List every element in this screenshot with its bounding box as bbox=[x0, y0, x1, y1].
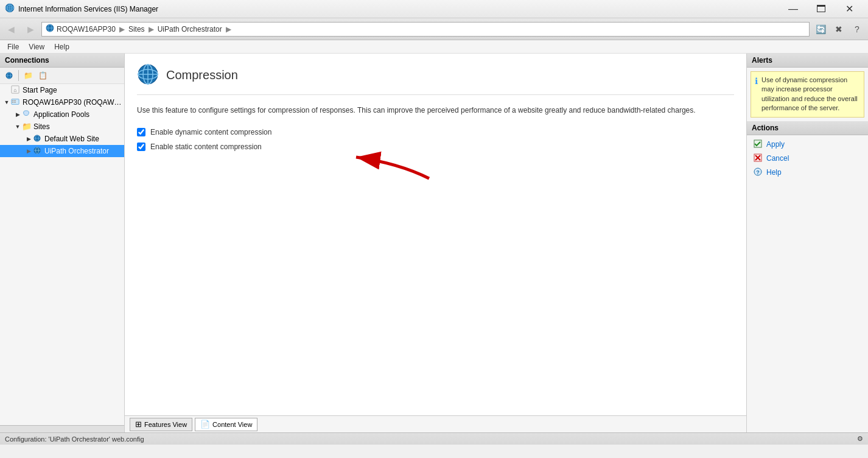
close-button[interactable]: ✕ bbox=[835, 0, 863, 18]
action-help[interactable]: ? Help bbox=[747, 166, 868, 180]
toolbar-divider bbox=[18, 70, 19, 81]
tree-expand-server[interactable]: ▼ bbox=[2, 98, 11, 107]
breadcrumb-sites[interactable]: Sites bbox=[128, 25, 145, 33]
address-bar: ROQAW16APP30 ▶ Sites ▶ UiPath Orchestrat… bbox=[41, 22, 810, 37]
tree-icon-default-web bbox=[33, 134, 43, 144]
sidebar-toolbar: 📁 📋 bbox=[0, 68, 124, 84]
content-area: Compression Use this feature to configur… bbox=[125, 54, 746, 432]
sidebar-scrollbar[interactable] bbox=[0, 425, 124, 432]
tree-label-server: ROQAW16APP30 (ROQAW16A bbox=[23, 98, 122, 107]
statusbar: Configuration: 'UiPath Orchestrator' web… bbox=[0, 432, 868, 445]
sidebar: Connections 📁 📋 ⌂ bbox=[0, 54, 125, 432]
page-description: Use this feature to configure settings f… bbox=[137, 105, 734, 116]
features-view-label: Features View bbox=[144, 421, 187, 428]
titlebar-left: Internet Information Services (IIS) Mana… bbox=[5, 3, 158, 15]
features-view-icon: ⊞ bbox=[135, 420, 142, 429]
svg-rect-14 bbox=[12, 100, 14, 101]
svg-text:?: ? bbox=[756, 169, 760, 175]
alerts-message: Use of dynamic compression may increase … bbox=[761, 76, 860, 113]
tree-icon-uipath bbox=[33, 146, 43, 156]
tree-item-server[interactable]: ▼ ROQAW16APP30 (ROQAW16A bbox=[0, 96, 124, 108]
checkbox-dynamic-row: Enable dynamic content compression bbox=[137, 128, 734, 136]
titlebar-controls: — 🗖 ✕ bbox=[779, 0, 863, 18]
status-right: ⚙ bbox=[857, 435, 863, 443]
apply-label: Apply bbox=[766, 140, 785, 149]
help-label: Help bbox=[766, 168, 782, 177]
connections-header: Connections bbox=[0, 54, 124, 68]
tree-icon-server bbox=[11, 97, 21, 107]
tree-label-start: Start Page bbox=[23, 86, 57, 94]
svg-text:⌂: ⌂ bbox=[13, 87, 16, 93]
content-footer: ⊞ Features View 📄 Content View bbox=[125, 415, 746, 432]
main-layout: Connections 📁 📋 ⌂ bbox=[0, 54, 868, 432]
breadcrumb-server[interactable]: ROQAW16APP30 bbox=[57, 25, 116, 33]
forward-button[interactable]: ▶ bbox=[22, 21, 39, 37]
action-cancel[interactable]: Cancel bbox=[747, 152, 868, 166]
maximize-button[interactable]: 🗖 bbox=[807, 0, 835, 18]
svg-rect-17 bbox=[14, 102, 16, 103]
tree-item-uipath[interactable]: ▶ UiPath Orchestrator bbox=[0, 145, 124, 157]
content-view-label: Content View bbox=[212, 421, 252, 428]
compression-icon bbox=[137, 63, 159, 87]
actions-header: Actions bbox=[747, 121, 868, 135]
alerts-header: Alerts bbox=[747, 54, 868, 68]
content-main: Compression Use this feature to configur… bbox=[125, 54, 746, 415]
tree-item-sites[interactable]: ▼ 📁 Sites bbox=[0, 121, 124, 133]
tree-item-start-page[interactable]: ⌂ Start Page bbox=[0, 84, 124, 96]
stop-button[interactable]: ✖ bbox=[830, 21, 847, 37]
action-apply[interactable]: Apply bbox=[747, 138, 868, 152]
tree-item-app-pools[interactable]: ▶ Application Pools bbox=[0, 108, 124, 121]
app-icon bbox=[5, 3, 15, 15]
tree-label-app-pools: Application Pools bbox=[33, 110, 89, 119]
content-view-icon: 📄 bbox=[200, 420, 210, 429]
breadcrumb-uipath[interactable]: UiPath Orchestrator bbox=[158, 25, 222, 33]
status-text: Configuration: 'UiPath Orchestrator' web… bbox=[5, 435, 144, 443]
tree-icon-start: ⌂ bbox=[11, 85, 21, 95]
tree-icon-app-pools bbox=[22, 110, 32, 119]
tree-expand-start bbox=[2, 86, 11, 94]
help-icon: ? bbox=[753, 167, 763, 178]
sidebar-tool-folder[interactable]: 📁 bbox=[21, 69, 35, 82]
checkbox-static[interactable] bbox=[137, 143, 145, 151]
sidebar-tool-connect[interactable] bbox=[2, 69, 16, 82]
address-globe-icon bbox=[46, 24, 54, 34]
tree-expand-default[interactable]: ▶ bbox=[24, 135, 33, 143]
nav-right: 🔄 ✖ ? bbox=[812, 21, 866, 37]
menu-view[interactable]: View bbox=[24, 41, 49, 52]
navbar: ◀ ▶ ROQAW16APP30 ▶ Sites ▶ UiPath Orches… bbox=[0, 18, 868, 40]
tree-expand-app-pools[interactable]: ▶ bbox=[13, 110, 22, 119]
sidebar-tool-clipboard[interactable]: 📋 bbox=[36, 69, 49, 82]
svg-rect-16 bbox=[12, 102, 14, 103]
tree-label-default-web: Default Web Site bbox=[44, 135, 99, 143]
tree-expand-sites[interactable]: ▼ bbox=[13, 122, 22, 131]
apply-icon bbox=[753, 139, 763, 150]
help-nav-button[interactable]: ? bbox=[849, 21, 866, 37]
refresh-button[interactable]: 🔄 bbox=[812, 21, 829, 37]
actions-list: Apply Cancel ? bbox=[747, 135, 868, 182]
tree-expand-uipath[interactable]: ▶ bbox=[24, 147, 33, 155]
page-title: Compression bbox=[166, 68, 238, 82]
checkbox-static-row: Enable static content compression bbox=[137, 143, 734, 151]
checkbox-dynamic-label[interactable]: Enable dynamic content compression bbox=[150, 128, 271, 136]
tree-area: ⌂ Start Page ▼ ROQAW16APP30 (R bbox=[0, 84, 124, 425]
tree-label-sites: Sites bbox=[33, 122, 50, 131]
tree-label-uipath: UiPath Orchestrator bbox=[44, 147, 109, 155]
status-icon: ⚙ bbox=[857, 435, 863, 443]
checkbox-static-label[interactable]: Enable static content compression bbox=[150, 143, 262, 151]
cancel-label: Cancel bbox=[766, 154, 789, 163]
cancel-icon bbox=[753, 153, 763, 164]
svg-rect-15 bbox=[14, 100, 16, 101]
tree-icon-sites: 📁 bbox=[22, 122, 32, 132]
alert-info-icon: ℹ bbox=[755, 76, 758, 113]
titlebar: Internet Information Services (IIS) Mana… bbox=[0, 0, 868, 18]
menu-file[interactable]: File bbox=[2, 41, 24, 52]
checkbox-dynamic[interactable] bbox=[137, 128, 145, 136]
tree-item-default-web[interactable]: ▶ Default Web Site bbox=[0, 133, 124, 145]
minimize-button[interactable]: — bbox=[779, 0, 807, 18]
features-view-tab[interactable]: ⊞ Features View bbox=[130, 418, 192, 431]
menu-help[interactable]: Help bbox=[49, 41, 74, 52]
back-button[interactable]: ◀ bbox=[2, 21, 19, 37]
content-view-tab[interactable]: 📄 Content View bbox=[195, 418, 257, 431]
page-header: Compression bbox=[137, 63, 734, 95]
menubar: File View Help bbox=[0, 40, 868, 54]
